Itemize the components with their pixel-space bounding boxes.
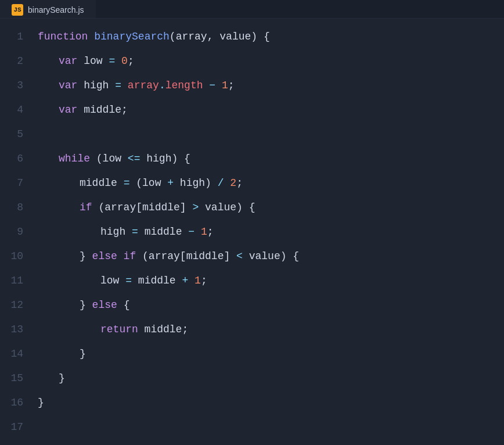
tab-filename: binarySearch.js [28, 5, 84, 15]
punct-paren: ( [170, 24, 176, 49]
line-num-1: 1 [9, 24, 23, 49]
line-num-5: 5 [9, 122, 23, 146]
param-array: array [176, 24, 207, 49]
code-line-8: if (array[middle] > value) { [38, 195, 498, 220]
code-line-1: function binarySearch(array, value) { [38, 24, 498, 49]
code-line-17 [38, 415, 498, 439]
line-num-17: 17 [9, 415, 23, 439]
line-num-11: 11 [9, 268, 23, 293]
code-line-7: middle = (low + high) / 2; [38, 171, 498, 195]
line-num-14: 14 [9, 342, 23, 366]
editor-window: JS binarySearch.js 1 2 3 4 5 6 7 8 9 10 … [0, 0, 504, 445]
code-area: 1 2 3 4 5 6 7 8 9 10 11 12 13 14 15 16 1… [0, 19, 504, 445]
line-num-7: 7 [9, 171, 23, 195]
kw-function: function [38, 24, 94, 49]
code-line-14: } [38, 342, 498, 366]
code-content: function binarySearch(array, value) { va… [32, 24, 504, 439]
code-line-4: var middle; [38, 98, 498, 122]
line-num-16: 16 [9, 390, 23, 415]
line-num-10: 10 [9, 244, 23, 268]
line-num-13: 13 [9, 317, 23, 342]
code-line-5 [38, 122, 498, 146]
line-num-9: 9 [9, 220, 23, 244]
code-line-6: while (low <= high) { [38, 146, 498, 171]
fn-name: binarySearch [94, 24, 170, 49]
code-line-2: var low = 0; [38, 49, 498, 73]
line-num-2: 2 [9, 49, 23, 73]
line-num-8: 8 [9, 195, 23, 220]
code-line-9: high = middle − 1; [38, 220, 498, 244]
line-numbers: 1 2 3 4 5 6 7 8 9 10 11 12 13 14 15 16 1… [0, 24, 32, 439]
code-line-3: var high = array.length − 1; [38, 73, 498, 98]
active-tab[interactable]: JS binarySearch.js [0, 0, 96, 18]
code-line-13: return middle; [38, 317, 498, 342]
line-num-4: 4 [9, 98, 23, 122]
tab-icon-text: JS [13, 6, 21, 13]
code-line-11: low = middle + 1; [38, 268, 498, 293]
tab-bar: JS binarySearch.js [0, 0, 504, 19]
code-line-12: } else { [38, 293, 498, 317]
param-value: value [219, 24, 251, 49]
line-num-6: 6 [9, 146, 23, 171]
code-line-15: } [38, 366, 498, 390]
code-line-16: } [38, 390, 498, 415]
js-file-icon: JS [12, 4, 23, 16]
line-num-3: 3 [9, 73, 23, 98]
code-line-10: } else if (array[middle] < value) { [38, 244, 498, 268]
line-num-15: 15 [9, 366, 23, 390]
line-num-12: 12 [9, 293, 23, 317]
